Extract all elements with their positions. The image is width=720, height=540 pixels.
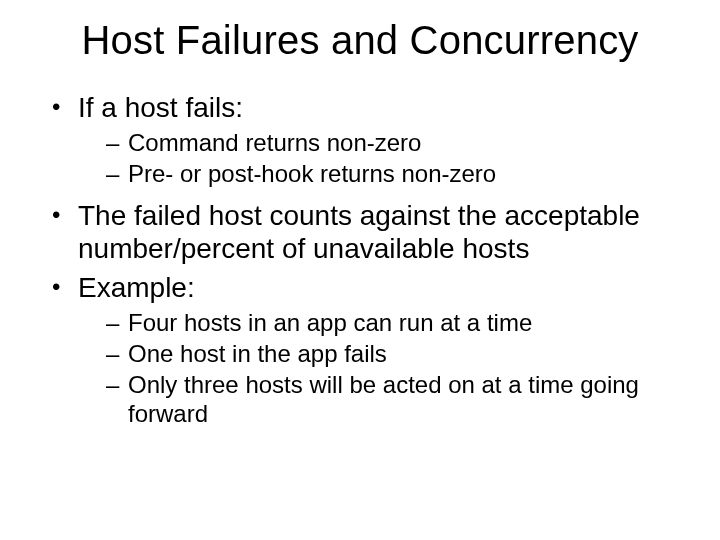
bullet-item: The failed host counts against the accep…: [52, 199, 680, 265]
sub-bullet-list: Command returns non-zero Pre- or post-ho…: [78, 128, 680, 189]
slide: Host Failures and Concurrency If a host …: [0, 0, 720, 540]
sub-bullet-text: Command returns non-zero: [128, 129, 421, 156]
bullet-text: The failed host counts against the accep…: [78, 200, 640, 264]
bullet-item: Example: Four hosts in an app can run at…: [52, 271, 680, 429]
bullet-text: Example:: [78, 272, 195, 303]
sub-bullet-text: Only three hosts will be acted on at a t…: [128, 371, 639, 427]
sub-bullet-text: Four hosts in an app can run at a time: [128, 309, 532, 336]
bullet-item: If a host fails: Command returns non-zer…: [52, 91, 680, 189]
bullet-text: If a host fails:: [78, 92, 243, 123]
sub-bullet-list: Four hosts in an app can run at a time O…: [78, 308, 680, 429]
sub-bullet-item: Command returns non-zero: [106, 128, 680, 157]
sub-bullet-item: Only three hosts will be acted on at a t…: [106, 370, 680, 429]
sub-bullet-item: Four hosts in an app can run at a time: [106, 308, 680, 337]
sub-bullet-text: One host in the app fails: [128, 340, 387, 367]
slide-title: Host Failures and Concurrency: [40, 18, 680, 63]
bullet-list: If a host fails: Command returns non-zer…: [40, 91, 680, 429]
sub-bullet-item: One host in the app fails: [106, 339, 680, 368]
sub-bullet-text: Pre- or post-hook returns non-zero: [128, 160, 496, 187]
sub-bullet-item: Pre- or post-hook returns non-zero: [106, 159, 680, 188]
